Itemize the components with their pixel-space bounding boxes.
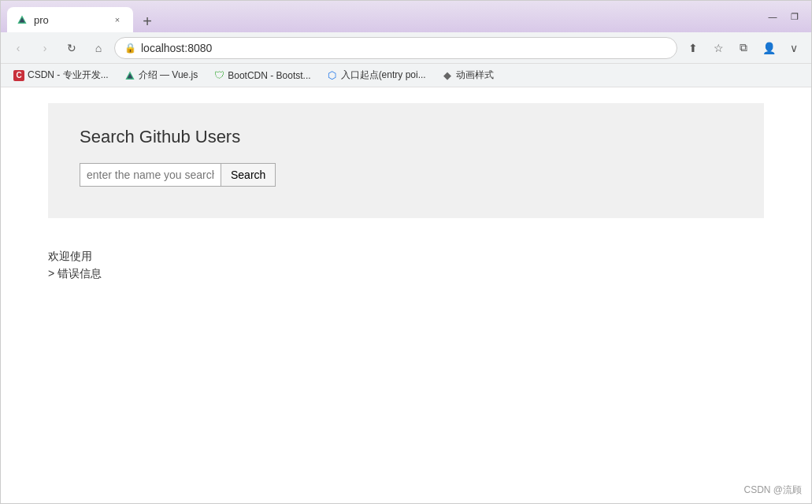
search-form: Search	[80, 163, 732, 187]
reload-button[interactable]: ↻	[61, 37, 83, 59]
tab-close-button[interactable]: ×	[111, 13, 124, 26]
bookmark-vuejs[interactable]: 介绍 — Vue.js	[118, 67, 205, 83]
tab-favicon	[17, 14, 28, 25]
tabs-area: pro × +	[7, 1, 759, 32]
welcome-text: 欢迎使用	[48, 250, 764, 264]
bookmark-animation-label: 动画样式	[456, 69, 494, 82]
search-input[interactable]	[80, 163, 221, 187]
bookmark-button[interactable]: ☆	[707, 37, 729, 59]
welcome-section: 欢迎使用 > 错误信息	[1, 234, 811, 297]
footer-text: CSDN @流顾	[743, 484, 802, 495]
minimize-button[interactable]: —	[762, 9, 783, 24]
bookmark-csdn[interactable]: C CSDN - 专业开发...	[7, 67, 115, 83]
bookmark-entry-label: 入口起点(entry poi...	[341, 69, 426, 82]
tab-title: pro	[34, 14, 105, 26]
active-tab[interactable]: pro ×	[7, 7, 133, 32]
nav-actions: ⬆ ☆ ⧉ 👤 ∨	[682, 37, 805, 59]
forward-button[interactable]: ›	[34, 37, 56, 59]
bookmark-bootcdn[interactable]: 🛡 BootCDN - Bootst...	[207, 69, 317, 83]
home-button[interactable]: ⌂	[87, 37, 109, 59]
lock-icon: 🔒	[124, 43, 136, 54]
browser-window: pro × + — ❐ ‹ › ↻ ⌂ 🔒 localhost:8080 ⬆ ☆…	[0, 0, 812, 504]
anim-favicon-icon: ◆	[442, 70, 453, 81]
split-button[interactable]: ⧉	[732, 37, 755, 59]
address-text: localhost:8080	[141, 42, 212, 54]
csdn-favicon-icon: C	[13, 70, 24, 81]
bootcdn-favicon-icon: 🛡	[213, 70, 224, 81]
new-tab-button[interactable]: +	[136, 10, 158, 32]
address-bar[interactable]: 🔒 localhost:8080	[114, 37, 677, 59]
bookmark-vuejs-label: 介绍 — Vue.js	[139, 69, 198, 82]
nav-bar: ‹ › ↻ ⌂ 🔒 localhost:8080 ⬆ ☆ ⧉ 👤 ∨	[1, 32, 811, 64]
title-bar: pro × + — ❐	[1, 1, 811, 32]
error-info-text: > 错误信息	[48, 267, 764, 281]
vuejs-favicon-icon	[124, 70, 135, 81]
profile-button[interactable]: 👤	[758, 37, 780, 59]
maximize-button[interactable]: ❐	[784, 9, 805, 24]
bookmark-entry[interactable]: ⬡ 入口起点(entry poi...	[321, 67, 432, 83]
search-button[interactable]: Search	[221, 163, 276, 187]
expand-button[interactable]: ∨	[783, 37, 805, 59]
search-title: Search Github Users	[80, 127, 732, 147]
entry-favicon-icon: ⬡	[327, 70, 338, 81]
bookmark-bootcdn-label: BootCDN - Bootst...	[228, 70, 310, 81]
bookmarks-bar: C CSDN - 专业开发... 介绍 — Vue.js 🛡 BootCDN -…	[1, 64, 811, 87]
bookmark-animation[interactable]: ◆ 动画样式	[436, 67, 500, 83]
back-button[interactable]: ‹	[7, 37, 29, 59]
footer: CSDN @流顾	[743, 484, 802, 497]
search-section: Search Github Users Search	[48, 103, 764, 218]
page-content: Search Github Users Search 欢迎使用 > 错误信息 C…	[1, 87, 811, 503]
bookmark-csdn-label: CSDN - 专业开发...	[28, 69, 109, 82]
share-button[interactable]: ⬆	[682, 37, 704, 59]
window-controls: — ❐	[762, 9, 805, 24]
